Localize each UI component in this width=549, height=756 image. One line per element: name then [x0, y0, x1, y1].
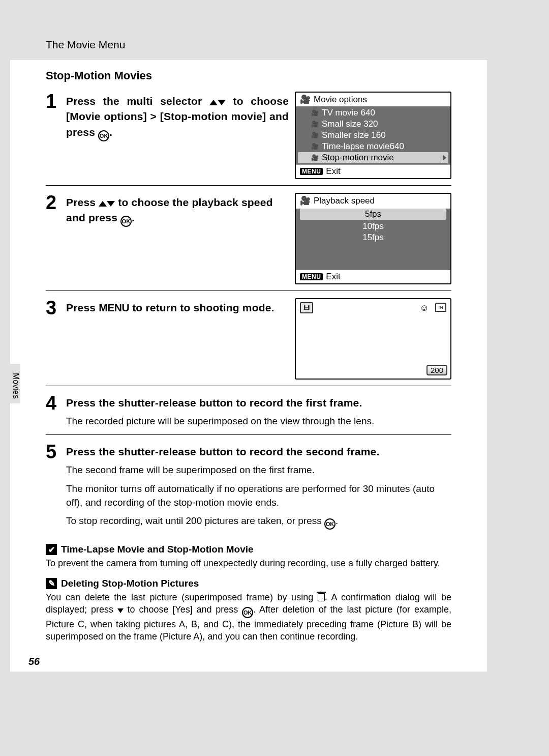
step-number: 4	[46, 393, 66, 413]
step-4: 4 Press the shutter-release button to re…	[46, 393, 451, 435]
menu-chip: MENU	[300, 273, 323, 280]
menu-chip: MENU	[300, 168, 323, 175]
lcd1-item: 🎥Smaller size 160	[307, 130, 450, 141]
ok-button-icon: OK	[324, 518, 336, 530]
step-5-sub3: To stop recording, wait until 200 pictur…	[66, 514, 451, 530]
section-title: Stop-Motion Movies	[46, 69, 451, 82]
lcd2-exit: Exit	[326, 272, 340, 282]
step-5-title: Press the shutter-release button to reco…	[66, 444, 451, 459]
lcd1-item: 🎥Time-lapse movie640	[307, 141, 450, 152]
step-number: 2	[46, 193, 66, 212]
step-2-text: Press to choose the playback speed and p…	[66, 195, 289, 227]
note2-title: Deleting Stop-Motion Pictures	[61, 578, 199, 589]
ok-button-icon: OK	[120, 216, 132, 227]
check-box-icon: ✔	[46, 544, 57, 555]
note1-body: To prevent the camera from turning off u…	[46, 557, 451, 569]
lcd1-title: Movie options	[314, 95, 367, 105]
down-icon	[107, 201, 115, 207]
lcd2-item: 15fps	[296, 232, 450, 243]
header-bar: The Movie Menu	[10, 10, 487, 60]
step-number: 1	[46, 92, 66, 111]
step-1: 1 Press the multi selector to choose [Mo…	[46, 92, 451, 186]
smiley-icon: ☺	[420, 303, 429, 313]
step-number: 5	[46, 442, 66, 461]
lcd2-item-selected: ✔5fps	[300, 209, 446, 220]
note-deleting: ✎ Deleting Stop-Motion Pictures You can …	[46, 578, 451, 643]
up-icon	[99, 201, 107, 207]
lcd1-item-selected: 🎥Stop-motion movie	[298, 152, 448, 163]
internal-memory-icon: IN	[435, 303, 446, 312]
menu-label: MENU	[99, 302, 129, 313]
lcd2-title: Playback speed	[314, 196, 375, 206]
step-4-title: Press the shutter-release button to reco…	[66, 395, 451, 411]
movie-icon: 🎥	[300, 195, 311, 206]
stopmotion-mode-icon: 🎞	[300, 302, 313, 313]
step-1-text: Press the multi selector to choose [Movi…	[66, 94, 289, 141]
down-icon	[218, 100, 226, 105]
lcd-movie-options: 🎥Movie options 🎥TV movie 640 🎥Small size…	[295, 92, 451, 179]
down-icon	[117, 608, 124, 613]
step-number: 3	[46, 298, 66, 317]
lcd-shooting-mode: 🎞 ☺ IN 200	[295, 298, 451, 380]
trash-icon	[318, 593, 325, 601]
up-icon	[209, 100, 218, 105]
note2-body: You can delete the last picture (superim…	[46, 591, 451, 643]
lcd1-item: 🎥Small size 320	[307, 119, 450, 130]
step-5-sub1: The second frame will be superimposed on…	[66, 463, 451, 477]
header-title: The Movie Menu	[46, 39, 125, 51]
lcd2-item: 10fps	[296, 221, 450, 232]
lcd1-item: 🎥TV movie 640	[307, 107, 450, 119]
frame-counter: 200	[426, 365, 447, 375]
page-number: 56	[28, 656, 40, 667]
lcd-playback-speed: 🎥Playback speed ✔5fps 10fps 15fps MENUEx…	[295, 193, 451, 284]
note1-title: Time-Lapse Movie and Stop-Motion Movie	[61, 544, 254, 555]
ok-button-icon: OK	[242, 607, 253, 618]
step-2: 2 Press to choose the playback speed and…	[46, 193, 451, 291]
step-5: 5 Press the shutter-release button to re…	[46, 442, 451, 536]
step-3-text: Press MENU to return to shooting mode.	[66, 300, 289, 315]
ok-button-icon: OK	[98, 130, 109, 141]
lcd1-exit: Exit	[326, 166, 340, 177]
step-4-sub: The recorded picture will be superimpose…	[66, 415, 451, 428]
step-5-sub2: The monitor turns off automatically if n…	[66, 482, 451, 509]
movie-icon: 🎥	[300, 94, 311, 105]
manual-page: The Movie Menu Movies Stop-Motion Movies…	[10, 10, 487, 672]
step-3: 3 Press MENU to return to shooting mode.…	[46, 298, 451, 386]
note-timelapse: ✔ Time-Lapse Movie and Stop-Motion Movie…	[46, 544, 451, 569]
pencil-box-icon: ✎	[46, 578, 57, 589]
